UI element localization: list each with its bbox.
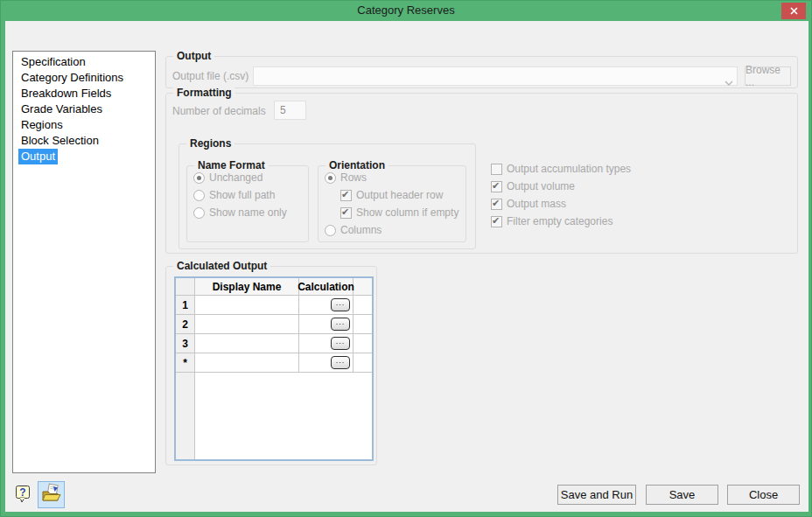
- radio-show-name-only: Show name only: [193, 206, 287, 219]
- category-reserves-dialog: Category Reserves Specification Category…: [0, 0, 812, 517]
- close-button[interactable]: [781, 3, 806, 19]
- svg-text:?: ?: [19, 486, 25, 499]
- calculation-cell: ...: [299, 296, 354, 314]
- close-dialog-button[interactable]: Close: [727, 485, 800, 505]
- row-header: 1: [176, 296, 195, 314]
- radio-show-full-path: Show full path: [193, 189, 275, 201]
- radio-unchanged: Unchanged: [193, 171, 262, 184]
- calculation-ellipsis-button[interactable]: ...: [331, 298, 350, 311]
- sidebar-item-block-selection[interactable]: Block Selection: [13, 133, 155, 149]
- display-name-cell[interactable]: [195, 296, 299, 314]
- calculation-cell: ...: [299, 315, 354, 333]
- radio-icon: [193, 207, 205, 219]
- table-row: 2 ...: [176, 315, 372, 334]
- checkbox-show-column-if-empty: Show column if empty: [340, 206, 458, 219]
- checkbox-output-accumulation-types: Output accumulation types: [491, 163, 631, 175]
- table-row: 1 ...: [176, 296, 372, 315]
- checkbox-icon: [340, 207, 352, 219]
- output-file-combobox: [253, 66, 738, 86]
- dialog-body: Specification Category Definitions Break…: [5, 21, 808, 512]
- calculation-cell: ...: [299, 353, 354, 372]
- radio-icon: [325, 225, 336, 236]
- row-header: 3: [176, 334, 195, 353]
- output-group-caption: Output: [173, 50, 214, 62]
- calculation-ellipsis-button[interactable]: ...: [331, 356, 350, 369]
- titlebar: Category Reserves: [1, 1, 811, 21]
- checkbox-output-header-row: Output header row: [340, 189, 443, 201]
- checkbox-icon: [491, 216, 502, 227]
- decimals-label: Number of decimals: [172, 105, 266, 117]
- calculated-output-caption: Calculated Output: [173, 260, 270, 272]
- display-name-cell[interactable]: [195, 315, 299, 333]
- browse-button: Browse ...: [745, 66, 791, 86]
- help-button[interactable]: ?: [15, 484, 32, 508]
- calculation-cell: ...: [299, 334, 354, 353]
- column-header-display-name: Display Name: [213, 281, 282, 293]
- row-header-strip: [176, 373, 195, 459]
- radio-icon: [325, 172, 336, 184]
- checkbox-filter-empty-categories: Filter empty categories: [491, 215, 612, 227]
- formatting-group-caption: Formatting: [173, 87, 235, 99]
- output-file-input: [256, 68, 719, 84]
- save-button[interactable]: Save: [646, 485, 718, 505]
- chevron-down-icon: [724, 73, 733, 89]
- table-row: * ...: [176, 353, 372, 373]
- checkbox-icon: [491, 181, 502, 192]
- regions-group-caption: Regions: [186, 137, 234, 150]
- column-header-calculation: Calculation: [298, 281, 354, 293]
- radio-icon: [193, 172, 205, 184]
- open-folder-icon: [41, 483, 62, 507]
- checkbox-icon: [491, 164, 502, 175]
- calculated-output-table: Display Name Calculation 1 ... 2 ...: [174, 276, 374, 461]
- radio-icon: [193, 190, 205, 201]
- row-header: 2: [176, 315, 195, 333]
- sidebar-item-regions[interactable]: Regions: [13, 117, 155, 133]
- calculation-ellipsis-button[interactable]: ...: [331, 318, 350, 331]
- orientation-caption: Orientation: [326, 159, 388, 171]
- save-and-run-button[interactable]: Save and Run: [557, 485, 636, 505]
- radio-rows: Rows: [325, 171, 367, 184]
- table-corner-cell: [176, 278, 195, 295]
- sidebar-item-specification[interactable]: Specification: [13, 54, 155, 70]
- window-title: Category Reserves: [1, 3, 811, 17]
- open-log-button[interactable]: [38, 481, 65, 508]
- sidebar-item-grade-variables[interactable]: Grade Variables: [13, 101, 155, 117]
- row-header: *: [176, 353, 195, 372]
- checkbox-output-mass: Output mass: [491, 198, 566, 210]
- calculation-ellipsis-button[interactable]: ...: [331, 337, 350, 350]
- radio-columns: Columns: [325, 224, 382, 236]
- sidebar-item-output[interactable]: Output: [13, 149, 155, 164]
- table-header-filler: [354, 278, 372, 295]
- checkbox-icon: [491, 199, 502, 210]
- name-format-caption: Name Format: [194, 159, 269, 171]
- close-icon: [790, 7, 798, 15]
- sidebar-item-category-definitions[interactable]: Category Definitions: [13, 70, 155, 86]
- display-name-cell[interactable]: [195, 334, 299, 353]
- sidebar-nav: Specification Category Definitions Break…: [12, 51, 156, 473]
- checkbox-output-volume: Output volume: [491, 180, 575, 192]
- checkbox-icon: [340, 190, 352, 201]
- sidebar-item-breakdown-fields[interactable]: Breakdown Fields: [13, 86, 155, 101]
- table-header-row: Display Name Calculation: [176, 278, 372, 296]
- table-empty-area: [176, 373, 372, 459]
- table-row: 3 ...: [176, 334, 372, 353]
- help-icon: ?: [15, 493, 32, 507]
- decimals-input: [274, 101, 306, 120]
- output-file-label: Output file (.csv): [172, 70, 248, 82]
- display-name-cell[interactable]: [195, 353, 299, 372]
